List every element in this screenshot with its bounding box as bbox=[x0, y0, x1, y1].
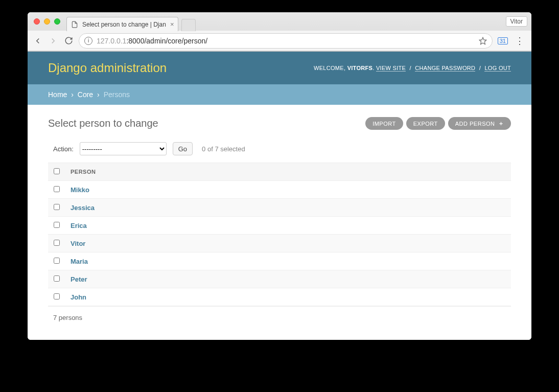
change-password-link[interactable]: CHANGE PASSWORD bbox=[415, 65, 475, 72]
add-label: ADD PERSON bbox=[455, 121, 495, 127]
tab-title: Select person to change | Djan bbox=[82, 21, 166, 28]
username: VITORFS bbox=[347, 65, 373, 71]
close-icon[interactable]: × bbox=[170, 20, 174, 28]
table-row: Maria bbox=[48, 252, 511, 270]
bookmark-icon[interactable] bbox=[479, 37, 487, 45]
page-head: Select person to change IMPORT EXPORT AD… bbox=[48, 117, 511, 130]
breadcrumb-home[interactable]: Home bbox=[48, 90, 67, 99]
user-tools: WELCOME, VITORFS. VIEW SITE / CHANGE PAS… bbox=[314, 65, 511, 71]
row-name-cell: Erica bbox=[65, 217, 511, 235]
results-table: PERSON MikkoJessicaEricaVitorMariaPeterJ… bbox=[48, 163, 511, 306]
row-checkbox[interactable] bbox=[54, 240, 60, 246]
welcome-text: WELCOME, bbox=[314, 65, 345, 71]
select-all-checkbox[interactable] bbox=[54, 168, 60, 174]
row-checkbox[interactable] bbox=[54, 222, 60, 228]
row-name-cell: Jessica bbox=[65, 199, 511, 217]
row-select-cell bbox=[48, 288, 65, 306]
site-info-icon[interactable]: i bbox=[84, 37, 92, 45]
plus-icon: ＋ bbox=[498, 120, 504, 127]
table-row: Mikko bbox=[48, 181, 511, 199]
column-person[interactable]: PERSON bbox=[65, 163, 511, 181]
browser-tab[interactable]: Select person to change | Djan × bbox=[66, 17, 178, 31]
logout-link[interactable]: LOG OUT bbox=[484, 65, 511, 72]
traffic-lights bbox=[32, 18, 60, 25]
profile-badge[interactable]: Vitor bbox=[506, 16, 527, 27]
window-minimize-icon[interactable] bbox=[44, 18, 50, 25]
row-checkbox[interactable] bbox=[54, 293, 60, 299]
person-link[interactable]: Maria bbox=[71, 258, 88, 265]
actions-bar: Action: --------- Go 0 of 7 selected bbox=[48, 138, 511, 163]
row-checkbox[interactable] bbox=[54, 204, 60, 210]
toolbar: i 127.0.0.1:8000/admin/core/person/ 31 ⋮ bbox=[28, 31, 531, 51]
object-tools: IMPORT EXPORT ADD PERSON ＋ bbox=[365, 117, 511, 130]
reload-button[interactable] bbox=[63, 36, 74, 46]
svg-marker-0 bbox=[479, 37, 486, 44]
row-name-cell: John bbox=[65, 288, 511, 306]
row-select-cell bbox=[48, 235, 65, 252]
row-select-cell bbox=[48, 199, 65, 217]
select-all-header bbox=[48, 163, 65, 181]
row-checkbox[interactable] bbox=[54, 275, 60, 282]
row-name-cell: Maria bbox=[65, 252, 511, 270]
site-title[interactable]: Django administration bbox=[48, 61, 167, 75]
import-button[interactable]: IMPORT bbox=[365, 117, 403, 130]
add-person-button[interactable]: ADD PERSON ＋ bbox=[448, 117, 511, 130]
row-checkbox[interactable] bbox=[54, 258, 60, 264]
extension-badge[interactable]: 31 bbox=[498, 37, 508, 44]
back-button[interactable] bbox=[33, 36, 43, 46]
person-link[interactable]: Vitor bbox=[71, 240, 85, 247]
person-link[interactable]: Mikko bbox=[71, 186, 89, 194]
browser-window: Select person to change | Djan × Vitor i… bbox=[28, 12, 531, 340]
table-row: John bbox=[48, 288, 511, 306]
table-row: Vitor bbox=[48, 235, 511, 252]
breadcrumb-app[interactable]: Core bbox=[78, 90, 93, 99]
row-checkbox[interactable] bbox=[54, 186, 60, 192]
row-select-cell bbox=[48, 252, 65, 270]
page-icon bbox=[71, 21, 78, 28]
window-close-icon[interactable] bbox=[34, 18, 40, 25]
window-zoom-icon[interactable] bbox=[54, 18, 60, 25]
browser-chrome: Select person to change | Djan × Vitor i… bbox=[28, 12, 531, 52]
person-link[interactable]: John bbox=[71, 293, 86, 301]
breadcrumbs: Home › Core › Persons bbox=[28, 84, 531, 105]
forward-button[interactable] bbox=[48, 36, 58, 46]
person-link[interactable]: Peter bbox=[71, 275, 87, 283]
table-row: Erica bbox=[48, 217, 511, 235]
address-bar[interactable]: i 127.0.0.1:8000/admin/core/person/ bbox=[79, 33, 493, 49]
selection-count: 0 of 7 selected bbox=[202, 145, 245, 153]
import-label: IMPORT bbox=[372, 121, 396, 127]
breadcrumb-current: Persons bbox=[104, 90, 130, 99]
table-row: Peter bbox=[48, 270, 511, 288]
person-link[interactable]: Erica bbox=[71, 222, 87, 229]
row-name-cell: Peter bbox=[65, 270, 511, 288]
tab-bar: Select person to change | Djan × bbox=[66, 12, 506, 31]
action-select[interactable]: --------- bbox=[80, 142, 167, 155]
row-name-cell: Mikko bbox=[65, 181, 511, 199]
page-title: Select person to change bbox=[48, 118, 158, 129]
row-select-cell bbox=[48, 270, 65, 288]
row-name-cell: Vitor bbox=[65, 235, 511, 252]
browser-menu-icon[interactable]: ⋮ bbox=[513, 35, 526, 47]
view-site-link[interactable]: VIEW SITE bbox=[376, 65, 406, 72]
url-host: 127.0.0.1 bbox=[97, 37, 126, 45]
go-button[interactable]: Go bbox=[173, 142, 193, 155]
action-label: Action: bbox=[53, 145, 74, 153]
person-link[interactable]: Jessica bbox=[71, 204, 95, 212]
new-tab-button[interactable] bbox=[181, 19, 196, 31]
paginator: 7 persons bbox=[48, 306, 511, 321]
url-text: 127.0.0.1:8000/admin/core/person/ bbox=[97, 37, 207, 45]
export-button[interactable]: EXPORT bbox=[406, 117, 445, 130]
table-row: Jessica bbox=[48, 199, 511, 217]
table-body: MikkoJessicaEricaVitorMariaPeterJohn bbox=[48, 181, 511, 306]
row-select-cell bbox=[48, 217, 65, 235]
url-path: :8000/admin/core/person/ bbox=[126, 37, 207, 45]
django-header: Django administration WELCOME, VITORFS. … bbox=[28, 52, 531, 84]
row-select-cell bbox=[48, 181, 65, 199]
content: Select person to change IMPORT EXPORT AD… bbox=[28, 105, 531, 340]
export-label: EXPORT bbox=[413, 121, 438, 127]
titlebar: Select person to change | Djan × Vitor bbox=[28, 12, 531, 31]
